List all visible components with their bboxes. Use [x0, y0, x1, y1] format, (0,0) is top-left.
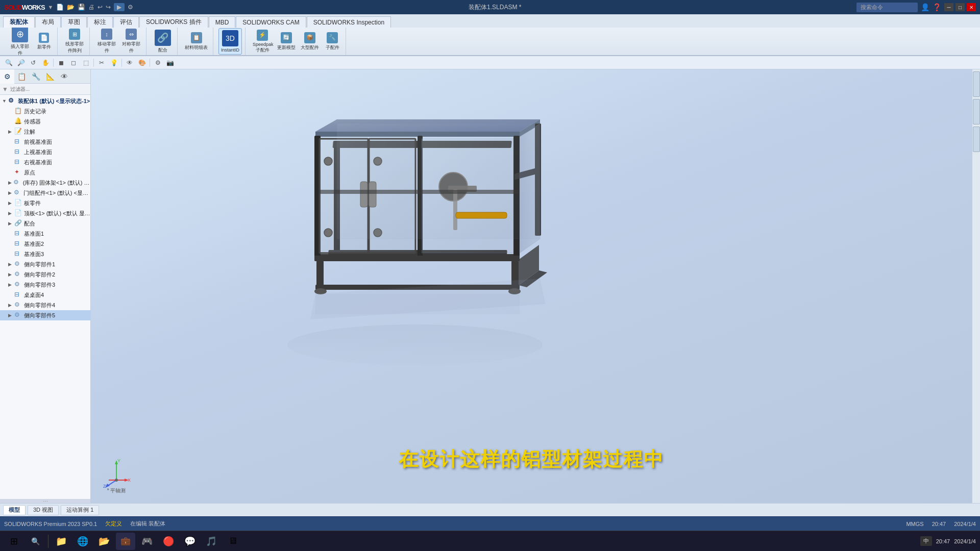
chrome-button[interactable]: 🌐	[73, 533, 92, 550]
capture-button[interactable]: 📷	[164, 58, 176, 68]
wechat-button[interactable]: 💬	[180, 533, 200, 550]
print-icon[interactable]: 🖨	[88, 4, 94, 11]
tree-item[interactable]: ▶ ⚙ (库存) 固体架<1> (默认) ←按加工	[0, 178, 90, 188]
insert-component-button[interactable]: ⊕ 插入零部件	[7, 28, 33, 55]
tab-annotation[interactable]: 标注	[87, 16, 113, 28]
taskbar-app-6[interactable]: 🎮	[137, 533, 157, 550]
tree-item[interactable]: ⊟ 前视基准面	[0, 137, 90, 147]
right-panel-btn-3[interactable]	[973, 127, 980, 152]
time-display: 20:47	[932, 521, 946, 527]
tree-item[interactable]: ⊟ 基准面1	[0, 229, 90, 239]
save-icon[interactable]: 💾	[78, 4, 85, 11]
right-panel-btn-2[interactable]	[973, 99, 980, 124]
tab-motion[interactable]: 运动算例 1	[61, 505, 99, 515]
mate-button[interactable]: 🔗 配合	[152, 28, 174, 55]
sub-assembly-button[interactable]: 🔧 子配件	[322, 31, 342, 53]
tree-item[interactable]: ▶ ⚙ 侧向零部件4	[0, 300, 90, 310]
view-orientation-button[interactable]: 🔍	[3, 58, 14, 68]
update-model-button[interactable]: 🔄 更新模型	[275, 31, 298, 53]
minimize-button[interactable]: ─	[944, 3, 953, 11]
hidden-lines-button[interactable]: ⬚	[80, 58, 91, 68]
start-button[interactable]: ⊞	[4, 533, 23, 550]
view-settings-button[interactable]: ⚙	[152, 58, 163, 68]
tab-mbd[interactable]: MBD	[209, 16, 236, 28]
taskbar-app-9[interactable]: 🎵	[202, 533, 221, 550]
shaded-button[interactable]: ◼	[56, 58, 67, 68]
file-explorer-button[interactable]: 📁	[52, 533, 71, 550]
appearance-button[interactable]: 🎨	[136, 58, 148, 68]
mirror-component-button[interactable]: ⇔ 对称零部件	[119, 28, 143, 55]
tree-item[interactable]: ▶ 📄 板零件	[0, 198, 90, 208]
tree-item[interactable]: ✦ 原点	[0, 167, 90, 178]
help-icon[interactable]: ❓	[933, 3, 941, 11]
right-panel-btn-1[interactable]	[973, 71, 980, 97]
taskbar-app-7[interactable]: 🔴	[159, 533, 178, 550]
rotate-button[interactable]: ↺	[28, 58, 39, 68]
tree-root[interactable]: ▼ ⚙ 装配体1 (默认) <显示状态-1>	[0, 96, 90, 106]
instant3d-button[interactable]: 3D InstantID	[218, 28, 242, 55]
redo-icon[interactable]: ↪	[106, 4, 111, 11]
panel-resize-handle[interactable]: ⋯	[0, 499, 90, 503]
tree-item[interactable]: ⊟ 基准面3	[0, 249, 90, 259]
tree-item[interactable]: ⊟ 桌桌面4	[0, 290, 90, 300]
tab-3dview[interactable]: 3D 视图	[28, 505, 59, 515]
tree-arrow: ▶	[8, 211, 14, 216]
tree-item[interactable]: ⊟ 右视基准面	[0, 157, 90, 167]
tab-sw-cam[interactable]: SOLIDWORKS CAM	[236, 16, 306, 28]
tab-assembly[interactable]: 装配体	[3, 16, 35, 28]
section-view-button[interactable]: ✂	[96, 58, 107, 68]
play-icon[interactable]: ▶	[114, 3, 125, 11]
tree-item[interactable]: 📋 历史记录	[0, 106, 90, 116]
display-tab[interactable]: 👁	[57, 69, 71, 84]
tab-sketch[interactable]: 草图	[61, 16, 87, 28]
open-icon[interactable]: 📂	[67, 4, 75, 11]
origin-icon: ✦	[14, 168, 22, 177]
tree-item[interactable]: ▶ ⚙ 门组配件<1> (默认) <显示状-	[0, 188, 90, 198]
tree-item[interactable]: ⊟ 基准面2	[0, 239, 90, 249]
config-tab[interactable]: 🔧	[29, 69, 43, 84]
new-icon[interactable]: 📄	[56, 4, 64, 11]
undo-icon[interactable]: ↩	[97, 4, 103, 11]
maximize-button[interactable]: □	[955, 3, 965, 11]
zoom-button[interactable]: 🔎	[15, 58, 27, 68]
tree-item[interactable]: ▶ ⚙ 侧向零部件2	[0, 269, 90, 280]
search-button[interactable]: 🔍	[26, 533, 45, 550]
taskbar-lang[interactable]: 中	[920, 536, 932, 546]
tree-item[interactable]: 🔔 传感器	[0, 116, 90, 127]
search-box[interactable]: 搜索命令	[856, 3, 918, 12]
tree-arrow: ▶	[8, 262, 14, 267]
tab-evaluate[interactable]: 评估	[113, 16, 139, 28]
dxf-tab[interactable]: 📐	[43, 69, 57, 84]
pan-button[interactable]: ✋	[40, 58, 51, 68]
large-assembly-button[interactable]: 📦 大型配件	[299, 31, 321, 53]
property-tab[interactable]: 📋	[14, 69, 29, 84]
tree-item[interactable]: ▶ 📝 注解	[0, 127, 90, 137]
speedpak-button[interactable]: ⚡ Speedpak子配件	[251, 28, 274, 55]
user-icon[interactable]: 👤	[921, 3, 929, 11]
settings-icon[interactable]: ⚙	[128, 4, 133, 11]
linear-pattern-button[interactable]: ⊞ 线形零部件阵列	[63, 28, 86, 55]
hide-show-button[interactable]: 👁	[124, 58, 135, 68]
tree-item[interactable]: ▶ 📄 顶板<1> (默认) <默认 显示-	[0, 208, 90, 218]
taskbar-app-5[interactable]: 💼	[116, 533, 135, 550]
tab-sw-plugins[interactable]: SOLIDWORKS 插件	[139, 16, 208, 28]
close-button[interactable]: ✕	[967, 3, 976, 11]
feature-manager-tab[interactable]: ⚙	[0, 69, 14, 84]
move-component-button[interactable]: ↕ 移动零部件	[95, 28, 118, 55]
tab-model[interactable]: 模型	[3, 505, 26, 515]
lighting-button[interactable]: 💡	[108, 58, 119, 68]
3d-model	[234, 110, 581, 375]
taskbar-app-10[interactable]: 🖥	[223, 533, 242, 550]
viewport[interactable]: 在设计这样的铝型材架过程中 Y X Z * 平轴测	[91, 69, 972, 503]
bom-button[interactable]: 📋 材料明细表	[183, 31, 210, 53]
tree-item-selected[interactable]: ▶ ⚙ 侧向零部件5	[0, 310, 90, 320]
wireframe-button[interactable]: ◻	[68, 58, 79, 68]
files-button[interactable]: 📂	[94, 533, 114, 550]
tab-layout[interactable]: 布局	[35, 16, 61, 28]
tree-item[interactable]: ▶ 🔗 配合	[0, 218, 90, 229]
new-part-button[interactable]: 📄 新零件	[34, 31, 54, 52]
tree-item[interactable]: ⊟ 上视基准面	[0, 147, 90, 157]
tab-sw-inspection[interactable]: SOLIDWORKS Inspection	[307, 16, 391, 28]
tree-item[interactable]: ▶ ⚙ 侧向零部件1	[0, 259, 90, 269]
tree-item[interactable]: ▶ ⚙ 侧向零部件3	[0, 280, 90, 290]
